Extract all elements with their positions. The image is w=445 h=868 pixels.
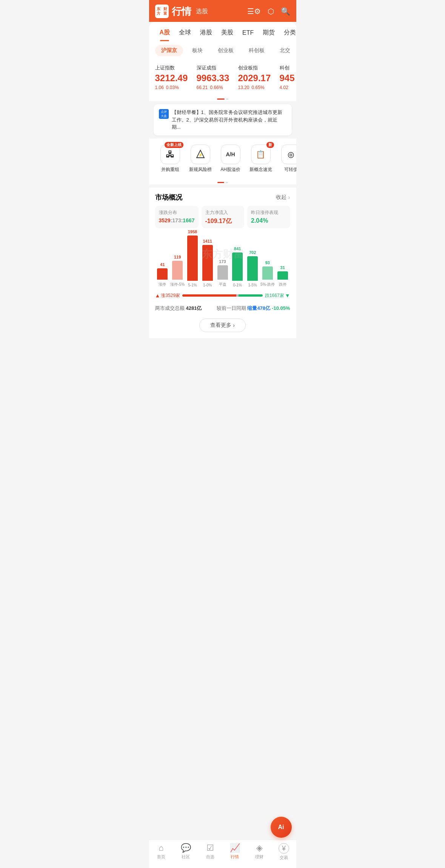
tool-risk-label: 新规风险榜: [189, 166, 212, 173]
sub-tab-shanghai-shenzhen[interactable]: 沪深京: [155, 45, 183, 56]
stat-card-netflow-value: -109.17亿: [205, 217, 241, 225]
sub-tab-chinext[interactable]: 创业板: [212, 45, 240, 56]
stat-card-netflow[interactable]: 主力净流入 -109.17亿: [202, 206, 245, 228]
market-overview-title: 市场概况: [155, 193, 182, 202]
index-name-shanghai: 上证指数: [155, 65, 189, 71]
tool-concept-label: 新概念速览: [249, 166, 272, 173]
bar-label-1-0: 1411: [203, 239, 212, 243]
stat-card-limit-up[interactable]: 昨日涨停表现 2.04%: [247, 206, 290, 228]
index-change-shanghai: 1.06 0.03%: [155, 85, 189, 90]
shrink-label: 缩量478亿: [247, 305, 270, 311]
share-icon[interactable]: ⬡: [268, 7, 274, 16]
news-badge: 点评 大盘: [159, 109, 169, 119]
bar-1-0: [202, 245, 213, 281]
see-more-button[interactable]: 查看更多 ›: [199, 319, 246, 332]
index-name-shenzhen: 深证成指: [197, 65, 231, 71]
tab-us-shares[interactable]: 美股: [217, 27, 238, 41]
bar-limit-down: [277, 271, 288, 280]
tool-cb-icon: ◎: [281, 145, 296, 164]
bar-bottom-0-1: 0-1%: [233, 283, 242, 287]
stat-card-distribution-value: 3529:173:1667: [159, 217, 195, 223]
tab-categories[interactable]: 分类: [279, 27, 296, 41]
bar-label-1-5: 702: [249, 250, 256, 255]
stat-cards: 涨跌分布 3529:173:1667 主力净流入 -109.17亿 昨日涨停表现…: [149, 206, 296, 233]
bar-bottom-1-5: 1-5%: [248, 283, 257, 287]
tab-global[interactable]: 全球: [174, 27, 196, 41]
bar-col-flat: 173 平盘: [215, 259, 230, 287]
bar-label-limit-up: 41: [160, 262, 165, 267]
news-banner[interactable]: 点评 大盘 【财经早餐】1、国务院常务会议研究推进城市更新工作。2、沪深交易所召…: [154, 104, 292, 135]
index-change-chinext: 13.20 0.65%: [238, 85, 272, 90]
index-value-chinext: 2029.17: [238, 73, 272, 83]
stat-card-limit-up-value: 2.04%: [251, 217, 286, 224]
header-left: 东方 财富 行情 选股: [155, 5, 208, 18]
index-value-shanghai: 3212.49: [155, 73, 189, 83]
tool-merger-icon: 🖧 全新上线: [160, 145, 180, 164]
sub-tab-north[interactable]: 北交: [274, 45, 296, 56]
index-value-shenzhen: 9963.33: [197, 73, 231, 83]
market-overview-action[interactable]: 收起 ›: [276, 194, 290, 201]
stat-card-distribution[interactable]: 涨跌分布 3529:173:1667: [155, 206, 199, 228]
bar-label-5-limit: 93: [265, 260, 270, 265]
header-title: 行情: [172, 5, 191, 18]
index-card-shanghai[interactable]: 上证指数 3212.49 1.06 0.03%: [155, 65, 197, 90]
volume-row: 两市成交总额 4281亿 较前一日同期 缩量478亿-10.05%: [149, 302, 296, 315]
index-card-star[interactable]: 科创 945 4.02: [280, 65, 296, 90]
volume-value: 4281亿: [186, 305, 202, 312]
svg-text:⚡: ⚡: [198, 152, 203, 157]
bar-col-near-limit: 119 涨停-5%: [170, 255, 185, 287]
index-card-shenzhen[interactable]: 深证成指 9963.33 66.21 0.66%: [197, 65, 238, 90]
volume-pct: -10.05%: [272, 305, 290, 311]
bar-col-1-0: 1411 1-0%: [200, 239, 215, 287]
bar-0-1: [232, 252, 243, 281]
bar-5-limit: [262, 266, 273, 280]
sub-tab-star[interactable]: 科创板: [243, 45, 271, 56]
bar-5-1: [187, 235, 198, 281]
tool-risk-icon: ⚡: [191, 145, 210, 164]
index-card-chinext[interactable]: 创业板指 2029.17 13.20 0.65%: [238, 65, 280, 90]
settings-icon[interactable]: ☰⚙: [247, 7, 261, 16]
sub-tab-sectors[interactable]: 板块: [186, 45, 209, 56]
bar-col-limit-down: 31 跌停: [275, 265, 290, 287]
stat-card-netflow-title: 主力净流入: [205, 209, 241, 216]
bar-chart-section: 东方财富 41 涨停 119 涨停-5% 1958 5-1% 1411 1-0%…: [149, 233, 296, 289]
bar-limit-up: [157, 268, 168, 280]
index-value-star: 945: [280, 73, 296, 83]
tool-ah-icon: A/H: [221, 145, 240, 164]
stat-card-limit-up-title: 昨日涨停表现: [251, 209, 286, 216]
tool-ah[interactable]: A/H AH股溢价: [216, 145, 246, 173]
header: 东方 财富 行情 选股 ☰⚙ ⬡ 🔍: [149, 0, 296, 22]
tool-cb[interactable]: ◎ 可转债: [276, 145, 296, 173]
volume-label: 两市成交总额: [155, 305, 185, 312]
index-change-shenzhen: 66.21 0.66%: [197, 85, 231, 90]
index-change-star: 4.02: [280, 85, 296, 90]
tab-hk-shares[interactable]: 港股: [196, 27, 217, 41]
tool-merger-badge: 全新上线: [165, 142, 183, 148]
progress-track: [182, 294, 263, 297]
tool-risk[interactable]: ⚡ 新规风险榜: [185, 145, 216, 173]
rise-count-text: 涨3529家: [161, 292, 180, 299]
header-right: ☰⚙ ⬡ 🔍: [247, 7, 290, 16]
bar-col-5-limit: 93 5%-跌停: [260, 260, 275, 287]
rise-fall-bar: ▲ 涨3529家 跌1667家 ▼: [149, 289, 296, 302]
tab-a-shares[interactable]: A股: [155, 27, 175, 41]
header-subtitle: 选股: [196, 8, 208, 15]
tool-merger[interactable]: 🖧 全新上线 并购重组: [155, 145, 185, 173]
bar-bottom-near-limit: 涨停-5%: [170, 282, 185, 287]
bar-bottom-flat: 平盘: [219, 282, 226, 287]
dot-active: [217, 98, 225, 100]
tool-concept[interactable]: 📋 新 新概念速览: [246, 145, 276, 173]
bar-bottom-limit-down: 跌停: [279, 282, 286, 287]
fall-count-text: 跌1667家: [265, 292, 284, 299]
tab-futures[interactable]: 期货: [258, 27, 279, 41]
search-icon[interactable]: 🔍: [281, 7, 290, 16]
volume-compare: 较前一日同期 缩量478亿-10.05%: [217, 305, 290, 312]
bar-bottom-5-1: 5-1%: [188, 283, 197, 287]
dot-inactive: [226, 98, 228, 100]
index-name-star: 科创: [280, 65, 296, 71]
tools-dot-active: [217, 182, 224, 183]
tab-etf[interactable]: ETF: [238, 28, 258, 41]
sub-tab-bar: 沪深京 板块 创业板 科创板 北交: [149, 41, 296, 60]
collapse-label: 收起: [276, 194, 286, 201]
bar-chart: 东方财富 41 涨停 119 涨停-5% 1958 5-1% 1411 1-0%…: [155, 236, 290, 289]
